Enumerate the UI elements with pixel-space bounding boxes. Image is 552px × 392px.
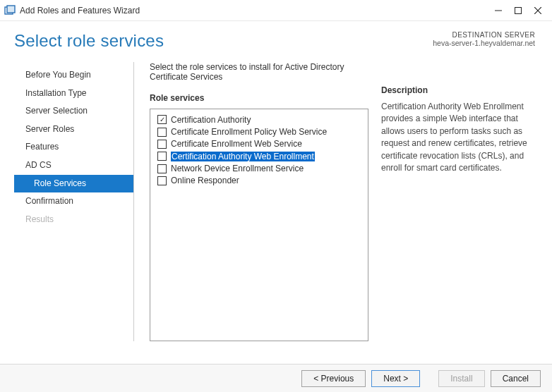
- install-button: Install: [438, 370, 484, 387]
- role-online-responder[interactable]: Online Responder: [156, 175, 362, 187]
- checkbox-icon[interactable]: [157, 152, 167, 161]
- role-label: Certificate Enrollment Policy Web Servic…: [171, 127, 327, 137]
- nav-role-services[interactable]: Role Services: [14, 175, 133, 193]
- checkbox-icon[interactable]: [157, 164, 167, 173]
- checkbox-icon[interactable]: [157, 128, 167, 137]
- destination-server: heva-server-1.heyvaldemar.net: [433, 39, 535, 47]
- nav-server-roles[interactable]: Server Roles: [14, 121, 133, 139]
- role-ca-web-enrollment[interactable]: Certification Authority Web Enrollment: [156, 150, 362, 162]
- nav-adcs[interactable]: AD CS: [14, 157, 133, 175]
- nav-before-you-begin[interactable]: Before You Begin: [14, 66, 133, 85]
- role-certification-authority[interactable]: ✓ Certification Authority: [156, 114, 362, 125]
- nav-results: Results: [14, 211, 133, 229]
- role-cert-enrollment-web[interactable]: Certificate Enrollment Web Service: [156, 138, 362, 150]
- role-label: Certification Authority: [171, 115, 251, 125]
- nav-confirmation[interactable]: Confirmation: [14, 192, 133, 211]
- page-header: Select role services DESTINATION SERVER …: [0, 21, 552, 54]
- svg-rect-1: [7, 6, 15, 13]
- checkbox-icon[interactable]: [157, 176, 167, 185]
- nav-features[interactable]: Features: [14, 138, 133, 157]
- svg-rect-3: [515, 7, 522, 13]
- app-icon: [4, 5, 16, 16]
- role-network-device-enrollment[interactable]: Network Device Enrollment Service: [156, 163, 362, 175]
- role-label: Online Responder: [171, 176, 239, 185]
- instruction-text: Select the role services to install for …: [150, 62, 368, 82]
- role-cert-enrollment-policy-web[interactable]: Certificate Enrollment Policy Web Servic…: [156, 125, 362, 137]
- wizard-nav: Before You Begin Installation Type Serve…: [14, 62, 134, 341]
- cancel-button[interactable]: Cancel: [491, 370, 541, 387]
- role-services-listbox: ✓ Certification Authority Certificate En…: [150, 109, 368, 341]
- nav-server-selection[interactable]: Server Selection: [14, 102, 133, 121]
- previous-button[interactable]: < Previous: [301, 370, 366, 387]
- role-label: Certification Authority Web Enrollment: [171, 152, 315, 161]
- destination-label: DESTINATION SERVER: [433, 31, 535, 39]
- role-label: Network Device Enrollment Service: [171, 164, 304, 173]
- page-title: Select role services: [14, 31, 164, 51]
- description-text: Certification Authority Web Enrollment p…: [381, 101, 535, 174]
- nav-installation-type[interactable]: Installation Type: [14, 85, 133, 103]
- close-button[interactable]: [528, 0, 548, 21]
- next-button[interactable]: Next >: [371, 370, 420, 387]
- description-heading: Description: [381, 85, 535, 95]
- titlebar: Add Roles and Features Wizard: [0, 0, 552, 21]
- roles-heading: Role services: [150, 93, 368, 103]
- minimize-button[interactable]: [488, 0, 508, 21]
- wizard-footer: < Previous Next > Install Cancel: [0, 364, 552, 392]
- window-title: Add Roles and Features Wizard: [20, 6, 140, 16]
- role-label: Certificate Enrollment Web Service: [171, 139, 302, 149]
- checkbox-icon[interactable]: [157, 140, 167, 149]
- maximize-button[interactable]: [508, 0, 528, 21]
- checkbox-icon[interactable]: ✓: [157, 115, 167, 124]
- destination-info: DESTINATION SERVER heva-server-1.heyvald…: [433, 31, 535, 47]
